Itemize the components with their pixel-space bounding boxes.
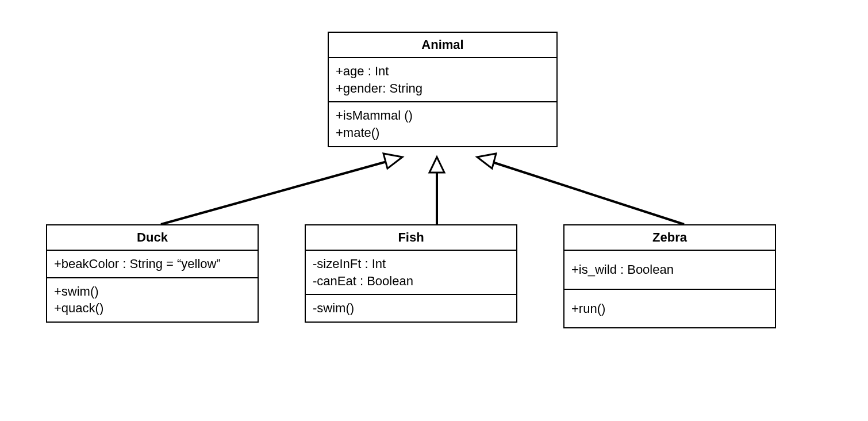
class-duck-op: +quack() xyxy=(54,300,251,317)
svg-marker-5 xyxy=(477,154,496,169)
svg-marker-3 xyxy=(429,157,444,173)
class-zebra-op: +run() xyxy=(571,300,768,317)
class-fish-op: -swim() xyxy=(313,300,509,317)
class-fish-ops: -swim() xyxy=(306,295,516,322)
class-fish-attrs: -sizeInFt : Int -canEat : Boolean xyxy=(306,251,516,295)
svg-marker-1 xyxy=(383,154,402,169)
class-animal: Animal +age : Int +gender: String +isMam… xyxy=(328,32,558,147)
class-fish-attr: -sizeInFt : Int xyxy=(313,255,509,273)
class-zebra-attr: +is_wild : Boolean xyxy=(571,261,768,278)
class-duck-op: +swim() xyxy=(54,283,251,300)
svg-line-0 xyxy=(161,161,389,224)
class-fish: Fish -sizeInFt : Int -canEat : Boolean -… xyxy=(305,224,517,323)
inheritance-arrow-fish-animal xyxy=(429,157,444,224)
class-animal-op: +mate() xyxy=(336,124,550,141)
class-duck-attr: +beakColor : String = “yellow” xyxy=(54,255,251,273)
class-duck-name: Duck xyxy=(47,225,258,251)
inheritance-arrow-duck-animal xyxy=(161,154,402,224)
class-duck-ops: +swim() +quack() xyxy=(47,278,258,322)
class-fish-attr: -canEat : Boolean xyxy=(313,273,509,290)
inheritance-arrow-zebra-animal xyxy=(477,154,684,224)
class-duck: Duck +beakColor : String = “yellow” +swi… xyxy=(46,224,259,323)
class-zebra-attrs: +is_wild : Boolean xyxy=(564,251,775,290)
svg-line-4 xyxy=(491,162,684,224)
class-animal-attr: +gender: String xyxy=(336,80,550,97)
class-animal-attrs: +age : Int +gender: String xyxy=(329,58,556,102)
class-zebra-name: Zebra xyxy=(564,225,775,251)
class-animal-name: Animal xyxy=(329,33,556,58)
class-animal-op: +isMammal () xyxy=(336,107,550,124)
class-fish-name: Fish xyxy=(306,225,516,251)
class-animal-ops: +isMammal () +mate() xyxy=(329,102,556,146)
class-duck-attrs: +beakColor : String = “yellow” xyxy=(47,251,258,278)
uml-canvas: Animal +age : Int +gender: String +isMam… xyxy=(0,0,868,421)
class-zebra-ops: +run() xyxy=(564,290,775,328)
class-animal-attr: +age : Int xyxy=(336,63,550,80)
class-zebra: Zebra +is_wild : Boolean +run() xyxy=(563,224,776,328)
